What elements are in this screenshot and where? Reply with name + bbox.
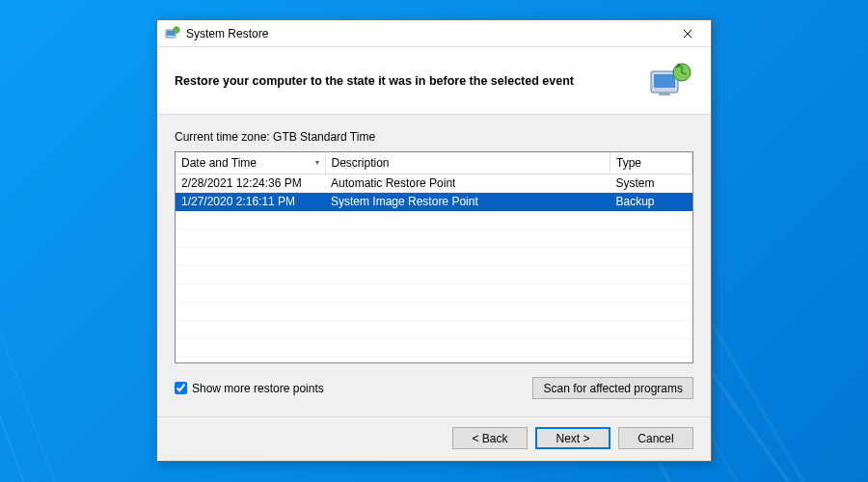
scan-affected-button[interactable]: Scan for affected programs xyxy=(532,377,693,399)
show-more-checkbox[interactable] xyxy=(175,382,187,394)
table-row-empty xyxy=(176,339,692,358)
close-icon xyxy=(683,29,692,39)
table-row-empty xyxy=(176,303,692,321)
header-panel: Restore your computer to the state it wa… xyxy=(157,47,711,115)
svg-rect-5 xyxy=(659,93,670,95)
table-row-empty xyxy=(176,358,692,364)
cell-datetime: 1/27/2020 2:16:11 PM xyxy=(176,193,325,211)
table-row-empty xyxy=(176,229,692,248)
system-restore-icon xyxy=(165,26,180,41)
table-row-empty xyxy=(176,284,692,303)
cell-description: Automatic Restore Point xyxy=(325,174,610,193)
cell-type: System xyxy=(610,174,692,193)
svg-rect-4 xyxy=(654,74,675,88)
sort-descending-icon: ▾ xyxy=(315,158,319,167)
titlebar: System Restore xyxy=(157,20,711,47)
table-row-empty xyxy=(176,211,692,229)
cell-description: System Image Restore Point xyxy=(325,193,610,211)
cancel-button[interactable]: Cancel xyxy=(618,427,693,449)
table-row-empty xyxy=(176,321,692,339)
column-label: Description xyxy=(332,156,390,170)
timezone-label: Current time zone: GTB Standard Time xyxy=(175,130,693,144)
table-row[interactable]: 2/28/2021 12:24:36 PMAutomatic Restore P… xyxy=(176,174,692,193)
column-label: Date and Time xyxy=(181,156,257,170)
show-more-label: Show more restore points xyxy=(192,382,324,395)
footer: < Back Next > Cancel xyxy=(157,416,711,461)
header-text: Restore your computer to the state it wa… xyxy=(175,74,639,88)
body-panel: Current time zone: GTB Standard Time Dat… xyxy=(157,115,711,416)
show-more-checkbox-wrap[interactable]: Show more restore points xyxy=(175,382,324,395)
table-row-empty xyxy=(176,248,692,266)
column-header-datetime[interactable]: Date and Time ▾ xyxy=(176,152,325,174)
cell-datetime: 2/28/2021 12:24:36 PM xyxy=(176,174,325,193)
table-row-empty xyxy=(176,266,692,284)
cell-type: Backup xyxy=(610,193,692,211)
svg-rect-1 xyxy=(167,31,175,36)
restore-points-table: Date and Time ▾ Description Type 2/28/20… xyxy=(175,151,693,363)
column-header-type[interactable]: Type xyxy=(610,152,692,174)
next-button[interactable]: Next > xyxy=(535,427,610,449)
window-title: System Restore xyxy=(186,27,668,40)
back-button[interactable]: < Back xyxy=(452,427,528,449)
column-label: Type xyxy=(616,156,641,170)
close-button[interactable] xyxy=(668,22,707,45)
table-row[interactable]: 1/27/2020 2:16:11 PMSystem Image Restore… xyxy=(176,193,692,211)
system-restore-dialog: System Restore Restore your computer to … xyxy=(156,19,712,462)
system-restore-large-icon xyxy=(649,62,693,100)
column-header-description[interactable]: Description xyxy=(325,152,610,174)
